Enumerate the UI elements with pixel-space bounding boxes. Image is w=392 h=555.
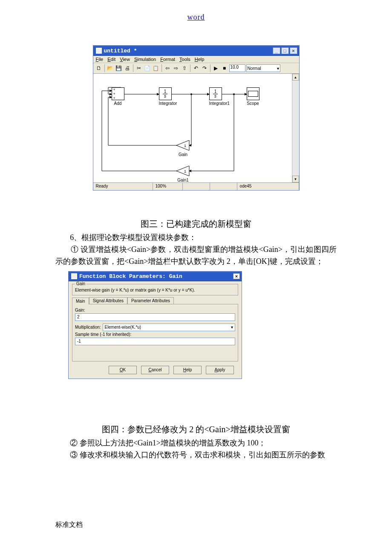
- statusbar: Ready 100% ode45: [93, 182, 299, 190]
- play-icon[interactable]: ▶: [212, 64, 220, 72]
- open-icon[interactable]: 📂: [107, 64, 114, 72]
- up-icon[interactable]: ⇧: [181, 64, 188, 72]
- vertical-scrollbar[interactable]: ▲ ▼: [292, 74, 299, 182]
- dialog-close-button[interactable]: ×: [233, 273, 240, 279]
- gain1-label: Gain1: [176, 178, 190, 182]
- figure3-caption: 图三：已构建完成的新模型窗: [55, 218, 337, 230]
- gain-label: Gain: [176, 152, 190, 157]
- sample-time-input[interactable]: -1: [75, 338, 235, 345]
- forward-icon[interactable]: ⇨: [172, 64, 180, 72]
- svg-point-1: [233, 93, 235, 95]
- gain-value: 1: [184, 144, 186, 148]
- gain-field-label: Gain:: [75, 308, 235, 312]
- menu-simulation[interactable]: Simulation: [134, 57, 156, 62]
- redo-icon[interactable]: ↷: [201, 64, 208, 72]
- gain-dialog: Function Block Parameters: Gain × Gain E…: [68, 271, 242, 379]
- menubar: File Edit View Simulation Format Tools H…: [93, 56, 299, 63]
- paragraph-circle3: ③ 修改求和模块输入口的代数符号，双击求和模块，引出如图五所示的参数: [55, 449, 337, 461]
- copy-icon[interactable]: 📄: [144, 64, 151, 72]
- gain-input[interactable]: 2: [75, 313, 235, 321]
- gain-group: Gain Element-wise gain (y = K.*u) or mat…: [72, 284, 238, 295]
- window-title: untitled *: [104, 48, 271, 54]
- undo-icon[interactable]: ↶: [192, 64, 200, 72]
- status-ready: Ready: [93, 183, 153, 190]
- apply-button[interactable]: Apply: [206, 366, 234, 374]
- simulink-window: untitled * _ □ × File Edit View Simulati…: [93, 45, 300, 191]
- sample-time-label: Sample time (-1 for inherited):: [75, 332, 235, 337]
- svg-marker-2: [176, 140, 189, 150]
- menu-help[interactable]: Help: [195, 57, 205, 62]
- status-zoom: 100%: [153, 183, 183, 190]
- scroll-up-icon[interactable]: ▲: [292, 74, 299, 81]
- multiplication-label: Multiplication:: [75, 325, 101, 330]
- status-solver: ode45: [237, 183, 299, 190]
- minimize-button[interactable]: _: [273, 47, 280, 54]
- dialog-icon: [71, 273, 77, 279]
- save-icon[interactable]: 💾: [115, 64, 123, 72]
- paragraph-6: 6、根据理论数学模型设置模块参数：: [55, 232, 337, 244]
- menu-format[interactable]: Format: [160, 57, 175, 62]
- ok-button[interactable]: OK: [109, 366, 137, 374]
- paste-icon[interactable]: 📋: [152, 64, 160, 72]
- stop-icon[interactable]: ■: [221, 64, 228, 72]
- menu-edit[interactable]: Edit: [107, 57, 115, 62]
- gain-description: Element-wise gain (y = K.*u) or matrix g…: [75, 288, 235, 292]
- scope-label: Scope: [247, 101, 259, 106]
- paragraph-circle1: ① 设置增益模块<Gain>参数，双击模型窗重的增益模块<Gain>，引出如图四…: [55, 244, 337, 268]
- multiplication-select[interactable]: Element-wise(K.*u)▾: [103, 324, 235, 331]
- add-block-label: Add: [112, 101, 124, 106]
- toolbar: 🗋 📂 💾 🖨 ✂ 📄 📋 ⇦ ⇨ ⇧ ↶ ↷ ▶ ■ 10.0 Normal▾: [93, 63, 299, 74]
- footer-text: 标准文档: [55, 520, 83, 529]
- dialog-title: Function Block Parameters: Gain: [79, 273, 231, 280]
- menu-view[interactable]: View: [120, 57, 130, 62]
- tab-main[interactable]: Main: [72, 298, 89, 304]
- paragraph-circle2: ② 参照以上方法把<Gain1>增益模块的增益系数改为 100；: [55, 437, 337, 449]
- menu-tools[interactable]: Tools: [179, 57, 190, 62]
- tab-pane-main: Gain: 2 Multiplication: Element-wise(K.*…: [72, 304, 238, 361]
- tab-parameter-attributes[interactable]: Parameter Attributes: [127, 297, 174, 304]
- help-button[interactable]: Help: [173, 366, 202, 374]
- menu-file[interactable]: File: [96, 57, 104, 62]
- svg-point-0: [190, 93, 192, 95]
- figure4-caption: 图四：参数已经修改为 2 的<Gain>增益模块设置窗: [55, 424, 337, 435]
- scroll-down-icon[interactable]: ▼: [292, 176, 299, 182]
- stop-time-input[interactable]: 10.0: [229, 64, 245, 72]
- svg-marker-3: [176, 166, 189, 176]
- integrator1-label: Integrator1: [209, 101, 230, 106]
- tab-signal-attributes[interactable]: Signal Attributes: [89, 297, 127, 304]
- cut-icon[interactable]: ✂: [135, 64, 143, 72]
- dialog-titlebar: Function Block Parameters: Gain ×: [69, 272, 242, 281]
- header-link: word: [55, 13, 337, 22]
- new-icon[interactable]: 🗋: [95, 64, 103, 72]
- close-button[interactable]: ×: [290, 47, 297, 54]
- group-legend: Gain: [75, 281, 86, 286]
- simulink-icon: [96, 48, 102, 54]
- print-icon[interactable]: 🖨: [124, 64, 131, 72]
- mode-select[interactable]: Normal▾: [246, 64, 280, 72]
- back-icon[interactable]: ⇦: [164, 64, 171, 72]
- cancel-button[interactable]: Cancel: [141, 366, 169, 374]
- gain1-value: 1: [184, 169, 186, 173]
- maximize-button[interactable]: □: [281, 47, 289, 54]
- integrator-label: Integrator: [159, 101, 177, 106]
- titlebar: untitled * _ □ ×: [93, 46, 299, 56]
- model-canvas[interactable]: +++ Add 1s Integrator 1s Integrator1: [93, 74, 292, 182]
